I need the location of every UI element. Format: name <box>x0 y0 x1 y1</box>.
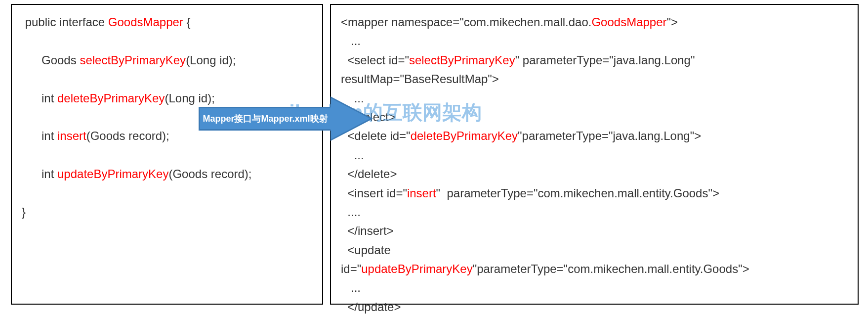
mapping-arrow: Mapper接口与Mapper.xml映射 <box>199 98 372 139</box>
method-name: insert <box>407 186 436 200</box>
code-line: ... <box>341 32 848 50</box>
method-name: updateByPrimaryKey <box>57 167 168 181</box>
code-line: ... <box>341 278 848 297</box>
class-name: GoodsMapper <box>591 15 666 29</box>
arrow-head-icon <box>331 98 370 139</box>
code-line: resultMap="BaseResultMap"> <box>341 70 848 89</box>
code-line: </delete> <box>341 165 848 183</box>
method-name: deleteByPrimaryKey <box>57 91 165 105</box>
xml-mapper-box: <mapper namespace="com.mikechen.mall.dao… <box>330 4 859 305</box>
code-line: </update> <box>341 298 848 316</box>
code-line: ... <box>341 146 848 165</box>
code-line: <mapper namespace="com.mikechen.mall.dao… <box>341 13 848 32</box>
code-line: <insert id="insert" parameterType="com.m… <box>341 184 848 203</box>
method-name: insert <box>57 129 86 142</box>
class-name: GoodsMapper <box>108 15 183 29</box>
code-line: </select> <box>341 108 848 127</box>
code-line: <update <box>341 241 848 260</box>
code-line: .... <box>341 203 848 222</box>
code-line: </insert> <box>341 222 848 240</box>
code-line: int updateByPrimaryKey(Goods record); <box>22 165 312 183</box>
java-interface-box: public interface GoodsMapper { Goods sel… <box>11 4 323 305</box>
code-line: <delete id="deleteByPrimaryKey"parameter… <box>341 127 848 145</box>
code-line: Goods selectByPrimaryKey(Long id); <box>22 51 312 70</box>
code-line: ... <box>341 89 848 108</box>
code-line: id="updateByPrimaryKey"parameterType="co… <box>341 260 848 278</box>
code-line: <select id="selectByPrimaryKey" paramete… <box>341 51 848 70</box>
arrow-label: Mapper接口与Mapper.xml映射 <box>199 107 332 131</box>
code-line: public interface GoodsMapper { <box>22 13 312 32</box>
method-name: updateByPrimaryKey <box>361 262 472 275</box>
method-name: deleteByPrimaryKey <box>411 129 518 142</box>
code-line: } <box>22 203 312 222</box>
method-name: selectByPrimaryKey <box>80 53 186 67</box>
method-name: selectByPrimaryKey <box>409 53 515 67</box>
